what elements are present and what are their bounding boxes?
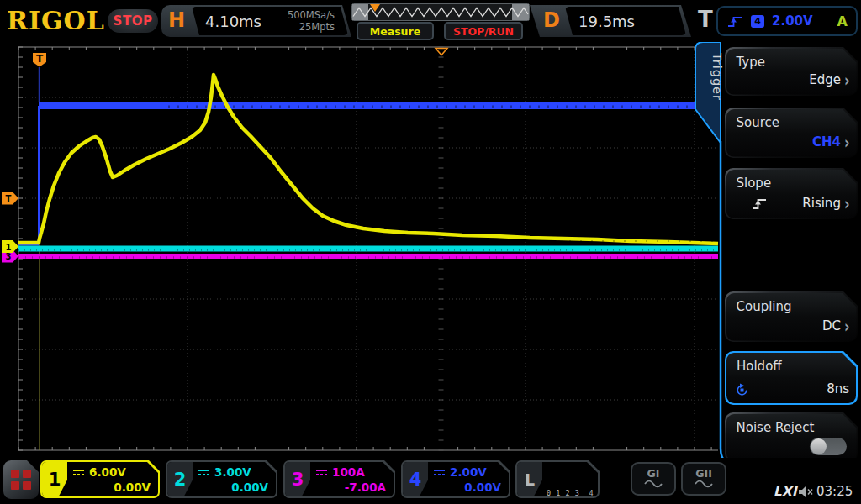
rotate-knob-icon	[735, 383, 749, 397]
trigger-status-box[interactable]: 4 2.00V A	[716, 6, 858, 36]
channel-3-box[interactable]: 3 100A -7.00A	[283, 460, 395, 498]
channel-1-number: 1	[42, 462, 67, 496]
rigol-logo: RIGOL	[7, 6, 105, 35]
main-menu-button[interactable]	[3, 460, 39, 499]
memory-depth: 25Mpts	[288, 21, 335, 33]
menu-item-value: DC	[822, 318, 841, 333]
menu-item-noise-reject[interactable]: Noise Reject	[725, 412, 858, 462]
chevron-right-icon: ›	[844, 131, 850, 153]
rising-edge-icon	[750, 197, 769, 210]
oscilloscope-screen: TT31 Trigger RIGOL STOP H 4.10ms 500MSa/…	[0, 0, 861, 504]
menu-item-coupling[interactable]: Coupling DC›	[725, 291, 858, 342]
menu-item-holdoff[interactable]: Holdoff 8ns	[725, 351, 858, 405]
horizontal-label: H	[168, 8, 185, 32]
trigger-level-marker-label: T	[6, 194, 12, 203]
channel-4-scale: 2.00V	[450, 465, 487, 479]
trigger-status-label: T	[698, 7, 713, 32]
trigger-mode-badge: A	[837, 13, 848, 29]
stop-run-button[interactable]: STOP/RUN	[444, 22, 523, 40]
channel-2-scale: 3.00V	[214, 465, 251, 479]
timebase-value: 4.10ms	[205, 13, 261, 30]
menu-item-value: Rising	[802, 196, 841, 211]
chevron-right-icon: ›	[844, 192, 850, 214]
delay-box[interactable]: D 19.5ms	[530, 5, 691, 37]
delay-label: D	[543, 8, 560, 32]
clock: 03:25	[816, 484, 853, 499]
logic-analyzer-label: L	[517, 462, 542, 496]
dc-coupling-icon	[315, 469, 328, 476]
logic-analyzer-box[interactable]: L 0 1 2 3 4 5 6 7 8 9 1011 12131415	[515, 460, 600, 498]
channel-3-number: 3	[285, 462, 310, 496]
sine-wave-icon	[694, 479, 714, 489]
channel-4-box[interactable]: 4 2.00V 0.00V	[401, 460, 510, 498]
channel-1-marker-label: 1	[6, 243, 12, 252]
trigger-flag-label: T	[36, 53, 44, 65]
delay-inset: 19.5ms	[565, 7, 686, 35]
sample-rate: 500MSa/s	[288, 9, 335, 21]
menu-item-type[interactable]: Type Edge›	[725, 47, 858, 96]
menu-item-label: Holdoff	[737, 359, 782, 374]
horizontal-scale-box[interactable]: H 4.10ms 500MSa/s 25Mpts	[161, 5, 351, 37]
channel-1-offset: 0.00V	[114, 480, 151, 494]
menu-item-source[interactable]: Source CH4›	[725, 108, 858, 158]
generator-2-label: GII	[695, 469, 712, 480]
menu-item-label: Noise Reject	[737, 420, 815, 435]
lxi-logo: LXI	[774, 484, 797, 499]
menu-item-label: Source	[737, 115, 780, 130]
chevron-right-icon: ›	[844, 315, 850, 337]
channel-2-number: 2	[167, 462, 193, 496]
chevron-right-icon: ›	[844, 69, 850, 91]
run-state-badge[interactable]: STOP	[108, 9, 158, 33]
dc-coupling-icon	[72, 469, 85, 476]
menu-item-value: Edge	[809, 72, 841, 87]
menu-grid-icon	[11, 470, 31, 490]
menu-item-label: Type	[737, 55, 765, 70]
generator-2-box[interactable]: GII	[681, 462, 726, 496]
menu-item-slope[interactable]: Slope Rising›	[725, 168, 858, 219]
overview-left-cap	[352, 4, 368, 20]
trigger-level-value: 2.00V	[772, 13, 813, 29]
digital-channels-row1: 0 1 2 3 4 5 6 7	[547, 488, 598, 496]
noise-reject-toggle[interactable]	[810, 438, 847, 455]
delay-value: 19.5ms	[578, 13, 635, 30]
rising-edge-icon	[726, 15, 743, 28]
menu-item-value: CH4	[812, 134, 841, 150]
measure-button[interactable]: Measure	[357, 22, 434, 40]
speaker-muted-icon	[798, 486, 814, 498]
menu-item-label: Slope	[737, 176, 772, 191]
channel-1-scale: 6.00V	[89, 465, 126, 479]
channel-2-box[interactable]: 2 3.00V 0.00V	[166, 460, 277, 498]
trigger-source-badge: 4	[751, 15, 764, 28]
sine-wave-icon	[643, 479, 663, 489]
menu-item-label: Coupling	[737, 299, 792, 314]
channel-3-marker-label: 3	[6, 252, 12, 261]
channel-3-scale: 100A	[332, 465, 365, 479]
top-status-bar: RIGOL STOP H 4.10ms 500MSa/s 25Mpts Meas…	[0, 0, 861, 42]
acquisition-rates: 500MSa/s 25Mpts	[288, 9, 335, 34]
dc-coupling-icon	[433, 469, 446, 476]
channel-4-offset: 0.00V	[464, 480, 501, 494]
horizontal-inset: 4.10ms 500MSa/s 25Mpts	[192, 7, 348, 35]
dc-coupling-icon	[198, 469, 210, 476]
channel-1-box[interactable]: 1 6.00V 0.00V	[40, 460, 160, 498]
channel-3-offset: -7.00A	[345, 480, 386, 494]
bottom-status-bar: 1 6.00V 0.00V 2	[0, 458, 861, 504]
generator-1-box[interactable]: GI	[631, 462, 676, 496]
channel-2-offset: 0.00V	[231, 480, 268, 494]
generator-1-label: GI	[647, 469, 660, 480]
menu-item-value: 8ns	[827, 381, 849, 396]
ch1-trace	[18, 75, 718, 244]
toggle-knob	[811, 438, 827, 454]
waveform-overview-bar[interactable]	[351, 3, 530, 21]
channel-4-number: 4	[403, 462, 428, 496]
